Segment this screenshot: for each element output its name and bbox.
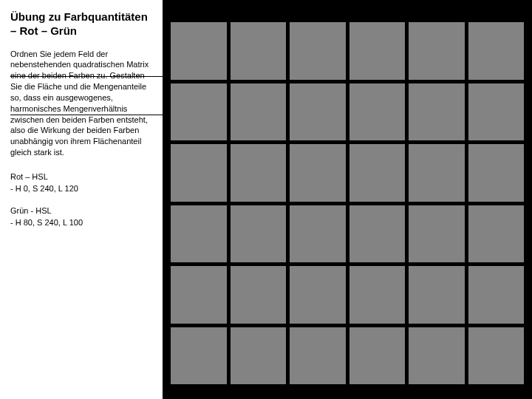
matrix-cell[interactable] — [290, 266, 346, 324]
matrix-cell[interactable] — [409, 22, 465, 80]
color-spec-green-values: - H 80, S 240, L 100 — [10, 217, 151, 229]
heading: Übung zu Farbquantitäten – Rot – Grün — [10, 10, 151, 38]
matrix-cell[interactable] — [290, 205, 346, 263]
matrix-cell[interactable] — [171, 266, 227, 324]
instructions-text: Ordnen Sie jedem Feld der nebenstehenden… — [10, 49, 151, 158]
matrix-cell[interactable] — [349, 22, 406, 80]
color-spec-red-name: Rot – HSL — [10, 171, 151, 183]
matrix-cell[interactable] — [349, 266, 406, 324]
color-spec-red: Rot – HSL - H 0, S 240, L 120 — [10, 171, 151, 195]
matrix-cell[interactable] — [290, 22, 346, 80]
matrix-cell[interactable] — [290, 327, 346, 385]
matrix-cell[interactable] — [409, 144, 465, 202]
color-matrix — [171, 22, 524, 384]
matrix-cell[interactable] — [468, 205, 525, 263]
matrix-cell[interactable] — [349, 205, 406, 263]
matrix-cell[interactable] — [171, 83, 227, 141]
matrix-cell[interactable] — [468, 83, 525, 141]
sidebar: Übung zu Farbquantitäten – Rot – Grün Or… — [0, 0, 163, 399]
matrix-cell[interactable] — [231, 266, 287, 324]
matrix-cell[interactable] — [349, 327, 406, 385]
matrix-cell[interactable] — [171, 22, 227, 80]
matrix-cell[interactable] — [231, 144, 287, 202]
matrix-cell[interactable] — [468, 266, 525, 324]
matrix-cell[interactable] — [231, 205, 287, 263]
matrix-cell[interactable] — [468, 327, 525, 385]
matrix-cell[interactable] — [231, 22, 287, 80]
matrix-cell[interactable] — [290, 144, 346, 202]
color-spec-green-name: Grün - HSL — [10, 205, 151, 217]
matrix-cell[interactable] — [409, 205, 465, 263]
sidebar-content: Übung zu Farbquantitäten – Rot – Grün Or… — [0, 0, 163, 250]
color-spec-green: Grün - HSL - H 80, S 240, L 100 — [10, 205, 151, 229]
matrix-cell[interactable] — [409, 327, 465, 385]
matrix-cell[interactable] — [171, 205, 227, 263]
slide: Übung zu Farbquantitäten – Rot – Grün Or… — [0, 0, 532, 399]
underline-rule-2 — [10, 115, 192, 115]
matrix-cell[interactable] — [468, 144, 525, 202]
matrix-cell[interactable] — [349, 144, 406, 202]
matrix-cell[interactable] — [468, 22, 525, 80]
matrix-cell[interactable] — [231, 327, 287, 385]
matrix-cell[interactable] — [231, 83, 287, 141]
matrix-cell[interactable] — [290, 83, 346, 141]
matrix-cell[interactable] — [171, 327, 227, 385]
matrix-cell[interactable] — [409, 83, 465, 141]
matrix-cell[interactable] — [409, 266, 465, 324]
matrix-cell[interactable] — [171, 144, 227, 202]
underline-rule-1 — [10, 76, 192, 77]
color-spec-red-values: - H 0, S 240, L 120 — [10, 183, 151, 195]
matrix-cell[interactable] — [349, 83, 406, 141]
